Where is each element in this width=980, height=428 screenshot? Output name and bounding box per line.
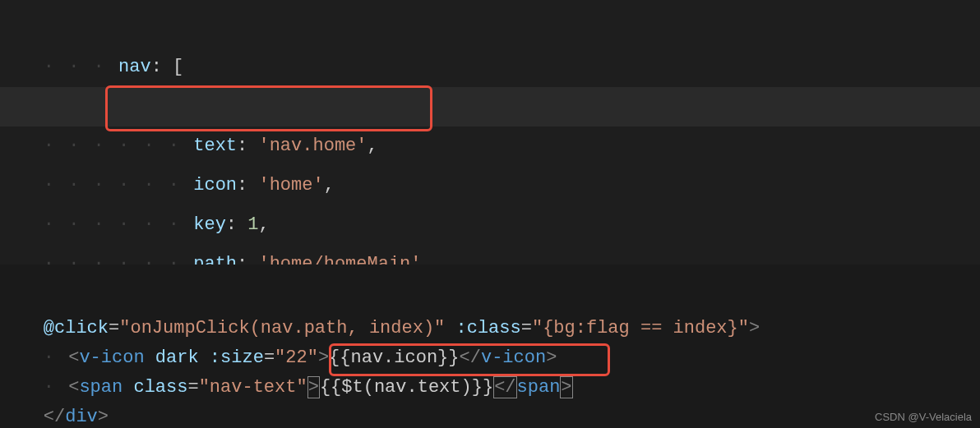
code-line: · · · · · · path: 'home/homeMain': [0, 205, 980, 245]
code-line: </div>: [0, 373, 980, 403]
code-line: · · · · · · icon: 'home',: [0, 127, 980, 166]
code-editor-bottom: @click="onJumpClick(nav.path, index)" :c…: [0, 265, 980, 428]
code-line: · <span class="nav-text">{{$t(nav.text)}…: [0, 343, 980, 373]
code-line: · · · · · · key: 1,: [0, 166, 980, 205]
code-line: · · · nav: [: [0, 8, 980, 48]
code-line: · <v-icon dark :size="22">{{nav.icon}}</…: [0, 314, 980, 343]
gt: >: [98, 407, 109, 427]
code-editor-top: · · · nav: [ · · · · · { · · · · · · tex…: [0, 0, 980, 265]
close-tag-open: </: [44, 407, 65, 427]
tag-name: div: [65, 407, 98, 427]
watermark: CSDN @V-Velaciela: [875, 411, 972, 423]
code-line-highlighted: · · · · · · text: 'nav.home',: [0, 87, 980, 127]
code-line: · · · · · {: [0, 48, 980, 87]
code-line: @click="onJumpClick(nav.path, index)" :c…: [0, 284, 980, 314]
